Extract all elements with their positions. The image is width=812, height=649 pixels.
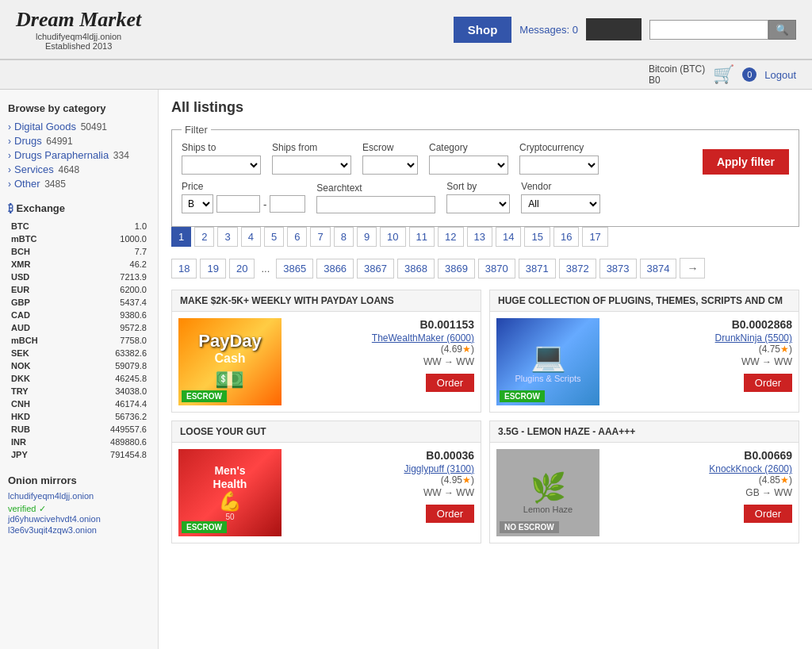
- listing-image-tech: 💻 Plugins & Scripts ESCROW: [496, 318, 599, 405]
- page-20[interactable]: 20: [229, 259, 255, 278]
- category-link-drugs[interactable]: Drugs: [14, 135, 42, 147]
- listing-card-lemon: 3.5G - Lemon Haze - AAA+++ 🌿 Lemon Haze …: [489, 421, 799, 543]
- escrow-select[interactable]: [362, 156, 418, 175]
- user-box: [586, 18, 642, 40]
- cryptocurrency-field: Cryptocurrency: [519, 142, 599, 175]
- listing-card-plugins: Huge Collection Of Plugins, Themes, Scri…: [489, 290, 799, 413]
- cart-icon[interactable]: 🛒: [713, 64, 734, 85]
- page-3868[interactable]: 3868: [397, 259, 435, 278]
- ships-from-field: Ships from: [272, 142, 351, 175]
- page-3865[interactable]: 3865: [276, 259, 313, 278]
- listing-vendor-payday[interactable]: TheWealthMaker (6000): [372, 332, 474, 344]
- searchtext-input[interactable]: [316, 196, 435, 213]
- page-4[interactable]: 4: [241, 227, 261, 247]
- listing-body-plugins: 💻 Plugins & Scripts ESCROW B0.0002868 Dr…: [490, 312, 799, 412]
- category-label: Category: [429, 142, 508, 153]
- category-select[interactable]: [429, 156, 508, 175]
- sidebar-item-other[interactable]: › Other 3485: [8, 178, 150, 190]
- page-3870[interactable]: 3870: [478, 259, 515, 278]
- search-button[interactable]: 🔍: [768, 20, 796, 40]
- page-15[interactable]: 15: [524, 227, 550, 247]
- page-10[interactable]: 10: [380, 227, 405, 247]
- filter-row-1: Ships to Ships from Escrow Category Cryp…: [182, 142, 789, 175]
- order-button-lemon[interactable]: Order: [744, 505, 792, 523]
- category-link-drugs-para[interactable]: Drugs Paraphernalia: [14, 149, 109, 161]
- page-3867[interactable]: 3867: [357, 259, 394, 278]
- filter-row-2: Price B - Searchtext Sort by: [182, 181, 789, 213]
- site-url: lchudifyeqm4ldjj.onion: [16, 32, 141, 41]
- page-2[interactable]: 2: [194, 227, 214, 247]
- listing-shipping-payday: WW → WW: [423, 356, 474, 367]
- sidebar-item-drugs-para[interactable]: › Drugs Paraphernalia 334: [8, 149, 150, 161]
- page-7[interactable]: 7: [310, 227, 330, 247]
- order-button-plugins[interactable]: Order: [744, 374, 792, 392]
- page-3874[interactable]: 3874: [640, 259, 677, 278]
- listing-vendor-plugins[interactable]: DrunkNinja (5500): [715, 332, 792, 344]
- listing-title-lemon: 3.5G - Lemon Haze - AAA+++: [490, 421, 799, 443]
- listing-body-lemon: 🌿 Lemon Haze NO ESCROW B0.00669 KnockKno…: [490, 443, 799, 543]
- verified-badge: verified ✓: [8, 504, 46, 513]
- sort-by-select[interactable]: [446, 194, 510, 213]
- category-link-digital[interactable]: Digital Goods: [14, 121, 76, 132]
- listing-price-payday: B0.001153: [419, 318, 474, 331]
- page-3[interactable]: 3: [217, 227, 237, 247]
- exchange-row: JPY791454.8: [10, 449, 148, 460]
- page-3866[interactable]: 3866: [316, 259, 354, 278]
- search-input[interactable]: [649, 20, 768, 40]
- exchange-row: INR489880.6: [10, 436, 148, 447]
- page-5[interactable]: 5: [264, 227, 284, 247]
- exchange-table: BTC1.0 mBTC1000.0 BCH7.7 XMR46.2 USD7213…: [8, 219, 150, 462]
- exchange-row: USD7213.9: [10, 271, 148, 282]
- sidebar-item-services[interactable]: › Services 4648: [8, 163, 150, 175]
- escrow-badge-plugins: ESCROW: [500, 390, 545, 402]
- listing-vendor-lemon[interactable]: KnockKnock (2600): [709, 463, 792, 474]
- order-button-payday[interactable]: Order: [426, 374, 474, 392]
- order-button-gut[interactable]: Order: [426, 505, 474, 523]
- page-13[interactable]: 13: [467, 227, 492, 247]
- page-3869[interactable]: 3869: [438, 259, 475, 278]
- escrow-field: Escrow: [362, 142, 418, 175]
- page-9[interactable]: 9: [357, 227, 377, 247]
- listing-rating-payday: (4.69★): [441, 344, 474, 355]
- mirror-link-1[interactable]: lchudifyeqm4ldjj.onion: [8, 491, 150, 501]
- ships-from-select[interactable]: [272, 156, 351, 175]
- page-8[interactable]: 8: [334, 227, 354, 247]
- category-link-services[interactable]: Services: [14, 163, 54, 175]
- sidebar-item-digital-goods[interactable]: › Digital Goods 50491: [8, 121, 150, 132]
- vendor-select[interactable]: All: [521, 194, 600, 213]
- mirror-link-2[interactable]: jd6yhuwcivehvdt4.onion: [8, 514, 150, 524]
- listing-vendor-gut[interactable]: Jigglypuff (3100): [404, 463, 475, 474]
- apply-filter-button[interactable]: Apply filter: [703, 149, 789, 175]
- page-19[interactable]: 19: [200, 259, 225, 278]
- page-3872[interactable]: 3872: [559, 259, 596, 278]
- next-page-arrow[interactable]: →: [680, 258, 705, 278]
- price-currency-select[interactable]: B: [182, 194, 213, 213]
- cart-count: 0: [742, 67, 756, 82]
- category-link-other[interactable]: Other: [14, 178, 40, 190]
- page-16[interactable]: 16: [553, 227, 579, 247]
- page-3871[interactable]: 3871: [519, 259, 556, 278]
- ships-to-select[interactable]: [182, 156, 261, 175]
- page-18[interactable]: 18: [171, 259, 197, 278]
- page-14[interactable]: 14: [496, 227, 521, 247]
- sort-by-field: Sort by: [446, 181, 510, 213]
- shop-button[interactable]: Shop: [454, 17, 512, 43]
- listing-price-lemon: B0.00669: [744, 449, 792, 462]
- page-3873[interactable]: 3873: [599, 259, 637, 278]
- messages-link[interactable]: Messages: 0: [519, 24, 578, 36]
- mirror-link-3[interactable]: l3e6v3uqit4zqw3.onion: [8, 525, 150, 535]
- page-6[interactable]: 6: [287, 227, 307, 247]
- sidebar-item-drugs[interactable]: › Drugs 64991: [8, 135, 150, 147]
- price-max-input[interactable]: [270, 195, 305, 213]
- page-17[interactable]: 17: [582, 227, 607, 247]
- bullet-icon: ›: [8, 164, 11, 175]
- noescrow-badge-lemon: NO ESCROW: [500, 521, 559, 533]
- price-label: Price: [182, 181, 305, 192]
- page-11[interactable]: 11: [409, 227, 435, 247]
- logout-link[interactable]: Logout: [764, 69, 796, 81]
- price-min-input[interactable]: [216, 195, 260, 213]
- listing-shipping-lemon: GB → WW: [745, 487, 792, 498]
- cryptocurrency-select[interactable]: [519, 156, 599, 175]
- page-12[interactable]: 12: [438, 227, 463, 247]
- page-1[interactable]: 1: [171, 227, 191, 247]
